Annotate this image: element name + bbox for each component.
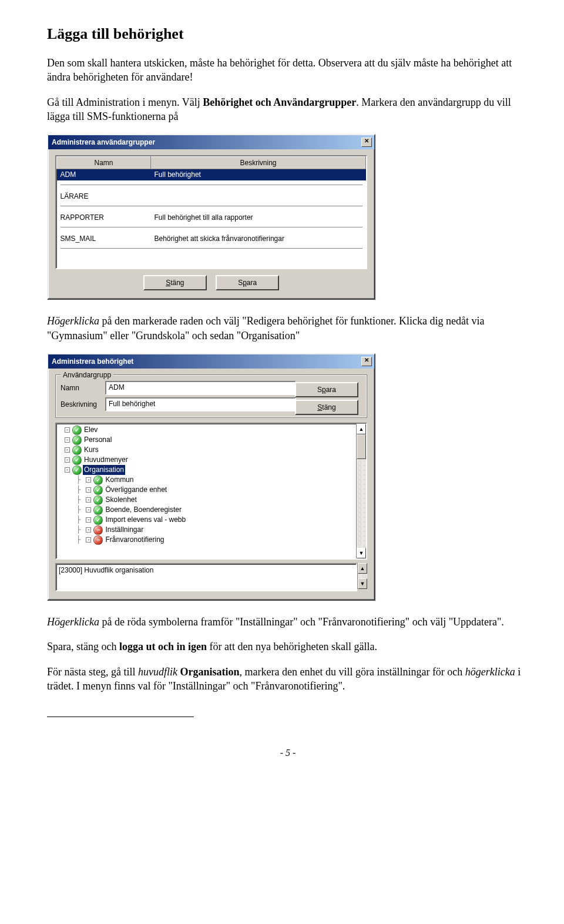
- check-icon: ✓: [72, 436, 82, 445]
- table-row[interactable]: LÄRARE: [57, 191, 366, 202]
- page-title: Lägga till behörighet: [47, 24, 529, 44]
- permission-tree[interactable]: -✓Elev-✓Personal-✓Kurs-✓Huvudmenyer-✓Org…: [55, 423, 367, 560]
- tree-toggle-icon[interactable]: -: [86, 487, 91, 493]
- tree-toggle-icon[interactable]: -: [65, 447, 70, 453]
- dialog-permissions: Administrera behörighet ✕ Användargrupp …: [47, 353, 375, 601]
- paragraph-3: Högerklicka på den markerade raden och v…: [47, 314, 529, 343]
- scrollbar[interactable]: ▲ ▼: [356, 424, 366, 558]
- tree-item-label: Boende, Boenderegister: [104, 505, 182, 514]
- scroll-track[interactable]: [358, 574, 367, 578]
- label-name: Namn: [61, 383, 102, 393]
- check-icon: ✓: [93, 486, 103, 495]
- scroll-thumb[interactable]: [357, 434, 366, 459]
- dialog-title: Administrera behörighet: [52, 357, 133, 366]
- check-icon: ✓: [72, 446, 82, 455]
- scroll-up-icon[interactable]: ▲: [357, 424, 366, 434]
- tree-toggle-icon[interactable]: -: [86, 527, 91, 533]
- titlebar[interactable]: Administrera användargrupper ✕: [48, 135, 374, 149]
- minus-icon: –: [93, 525, 103, 535]
- paragraph-2: Gå till Administration i menyn. Välj Beh…: [47, 95, 529, 124]
- tree-item[interactable]: -✓Organisation: [59, 465, 356, 475]
- close-icon[interactable]: ✕: [361, 138, 372, 147]
- tree-item[interactable]: ├ -–Frånvaronotifiering: [59, 535, 356, 545]
- table-row[interactable]: SMS_MAILBehörighet att skicka frånvarono…: [57, 233, 366, 244]
- paragraph-5: Spara, stäng och logga ut och in igen fö…: [47, 640, 529, 654]
- scroll-down-icon[interactable]: ▼: [357, 548, 366, 558]
- scroll-track[interactable]: [357, 459, 366, 548]
- minus-icon: –: [93, 535, 103, 545]
- tree-item-label: Skolenhet: [104, 495, 137, 504]
- tree-item-label: Elev: [83, 425, 99, 434]
- scroll-down-icon[interactable]: ▼: [358, 578, 367, 589]
- check-icon: ✓: [72, 426, 82, 435]
- tree-item[interactable]: ├ -✓Import elevens val - webb: [59, 515, 356, 525]
- name-field[interactable]: ADM: [105, 381, 296, 395]
- tree-toggle-icon[interactable]: -: [65, 427, 70, 433]
- tree-item-label: Frånvaronotifiering: [104, 535, 165, 544]
- tree-item-label: Import elevens val - webb: [104, 515, 187, 524]
- status-scrollbar[interactable]: ▲ ▼: [357, 563, 367, 589]
- table-row[interactable]: RAPPORTERFull behörighet till alla rappo…: [57, 212, 366, 223]
- check-icon: ✓: [93, 496, 103, 505]
- tree-item[interactable]: -✓Elev: [59, 425, 356, 435]
- paragraph-1: Den som skall hantera utskicken, måste h…: [47, 56, 529, 85]
- user-group-frame: Användargrupp Namn ADM Beskrivning Full …: [55, 374, 367, 418]
- check-icon: ✓: [93, 505, 103, 515]
- status-text: [23000] Huvudflik organisation: [55, 563, 357, 591]
- check-icon: ✓: [93, 476, 103, 485]
- tree-item-label: Kurs: [83, 445, 100, 454]
- close-button[interactable]: Stäng: [295, 400, 358, 415]
- tree-toggle-icon[interactable]: -: [65, 467, 70, 473]
- page-number: - 5 -: [47, 746, 529, 759]
- table-row[interactable]: [57, 255, 366, 265]
- check-icon: ✓: [72, 466, 82, 475]
- dialog-title: Administrera användargrupper: [52, 138, 155, 147]
- tree-item[interactable]: ├ -–Inställningar: [59, 525, 356, 535]
- tree-item-label: Överliggande enhet: [104, 485, 168, 494]
- close-icon[interactable]: ✕: [361, 357, 372, 366]
- save-button[interactable]: Spara: [295, 382, 358, 397]
- tree-toggle-icon[interactable]: -: [86, 507, 91, 513]
- tree-toggle-icon[interactable]: -: [65, 457, 70, 463]
- group-legend: Användargrupp: [61, 370, 113, 380]
- paragraph-4: Högerklicka på de röda symbolerna framfö…: [47, 615, 529, 629]
- save-button[interactable]: Spara: [216, 275, 279, 290]
- footer-rule: [47, 717, 194, 717]
- tree-toggle-icon[interactable]: -: [86, 517, 91, 523]
- tree-item-label: Organisation: [83, 465, 125, 474]
- tree-item-label: Personal: [83, 435, 113, 444]
- titlebar[interactable]: Administrera behörighet ✕: [48, 354, 374, 369]
- tree-toggle-icon[interactable]: -: [86, 477, 91, 483]
- tree-item[interactable]: -✓Personal: [59, 435, 356, 445]
- check-icon: ✓: [72, 456, 82, 465]
- close-button[interactable]: Stäng: [143, 275, 207, 290]
- tree-item[interactable]: ├ -✓Boende, Boenderegister: [59, 505, 356, 515]
- tree-toggle-icon[interactable]: -: [86, 537, 91, 543]
- tree-item[interactable]: -✓Huvudmenyer: [59, 455, 356, 465]
- table-row[interactable]: ADMFull behörighet: [57, 169, 366, 180]
- tree-item-label: Inställningar: [104, 525, 145, 534]
- tree-item[interactable]: ├ -✓Skolenhet: [59, 495, 356, 505]
- tree-item-label: Kommun: [104, 475, 135, 484]
- tree-item[interactable]: -✓Kurs: [59, 445, 356, 455]
- tree-item-label: Huvudmenyer: [83, 455, 129, 464]
- desc-field[interactable]: Full behörighet: [105, 397, 296, 411]
- label-desc: Beskrivning: [61, 400, 102, 409]
- user-groups-table[interactable]: Namn Beskrivning ADMFull behörighet LÄRA…: [55, 155, 367, 269]
- check-icon: ✓: [93, 515, 103, 525]
- dialog-user-groups: Administrera användargrupper ✕ Namn Besk…: [47, 134, 375, 300]
- tree-item[interactable]: ├ -✓Överliggande enhet: [59, 485, 356, 495]
- tree-toggle-icon[interactable]: -: [86, 497, 91, 503]
- col-header-desc[interactable]: Beskrivning: [151, 157, 366, 169]
- scroll-up-icon[interactable]: ▲: [358, 563, 367, 574]
- tree-item[interactable]: ├ -✓Kommun: [59, 475, 356, 485]
- tree-toggle-icon[interactable]: -: [65, 437, 70, 443]
- col-header-name[interactable]: Namn: [57, 157, 151, 169]
- paragraph-6: För nästa steg, gå till huvudflik Organi…: [47, 665, 529, 694]
